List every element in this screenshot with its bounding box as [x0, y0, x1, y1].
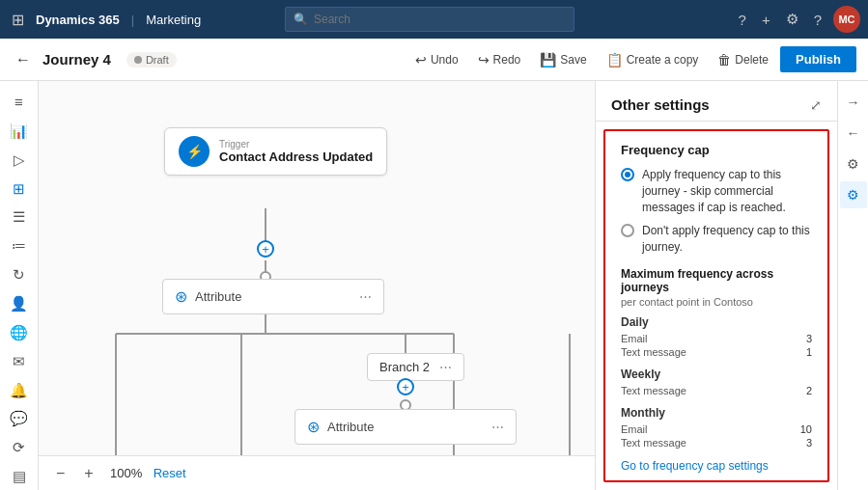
avatar[interactable]: MC [833, 6, 860, 33]
main-layout: ≡ 📊 ▷ ⊞ ☰ ≔ ↻ 👤 🌐 ✉ 🔔 💬 ⟳ ▤ [0, 81, 868, 490]
far-settings-icon[interactable]: ⚙ [840, 150, 867, 177]
radio-unselected [621, 224, 634, 237]
app-name: Dynamics 365 [36, 13, 120, 27]
redo-label: Redo [493, 53, 521, 67]
sidebar-chat[interactable]: 💬 [4, 405, 35, 432]
sidebar-play[interactable]: ▷ [4, 147, 35, 174]
journey-canvas[interactable]: ⚡ Trigger Contact Address Updated + ⊛ At… [39, 81, 596, 490]
status-badge: Draft [126, 52, 177, 68]
zoom-in-button[interactable]: + [78, 463, 98, 484]
branch2-top-node[interactable]: Branch 2 ⋯ [367, 353, 464, 381]
question-icon[interactable]: ? [810, 8, 826, 32]
search-box[interactable]: 🔍 [285, 7, 574, 32]
left-sidebar: ≡ 📊 ▷ ⊞ ☰ ≔ ↻ 👤 🌐 ✉ 🔔 💬 ⟳ ▤ [0, 81, 39, 490]
reset-button[interactable]: Reset [154, 466, 186, 480]
secondbar-actions: ↩ Undo ↪ Redo 💾 Save 📋 Create a copy 🗑 D… [407, 46, 856, 72]
delete-button[interactable]: 🗑 Delete [710, 48, 776, 71]
sidebar-hamburger[interactable]: ≡ [4, 89, 35, 116]
monthly-email-row: Email 10 [621, 423, 812, 435]
max-frequency-section: Maximum frequency across journeys per co… [621, 267, 812, 473]
add-after-trigger[interactable]: + [257, 240, 274, 258]
far-panel-icon[interactable]: ⚙ [840, 181, 867, 208]
monthly-label: Monthly [621, 406, 812, 420]
sidebar-person[interactable]: 👤 [4, 290, 35, 317]
frequency-cap-title: Frequency cap [621, 143, 812, 157]
far-expand-icon[interactable]: → [840, 89, 867, 116]
weekly-text-label: Text message [621, 385, 686, 396]
daily-label: Daily [621, 315, 812, 329]
daily-email-value: 3 [806, 333, 812, 344]
monthly-text-label: Text message [621, 437, 686, 449]
daily-email-label: Email [621, 333, 648, 344]
far-collapse-icon[interactable]: ← [840, 120, 867, 147]
copy-label: Create a copy [627, 53, 699, 67]
sidebar-table[interactable]: ▤ [4, 463, 35, 490]
help-icon[interactable]: ? [735, 8, 750, 32]
freq-cap-settings-link[interactable]: Go to frequency cap settings [621, 459, 769, 473]
sidebar-globe[interactable]: 🌐 [4, 319, 35, 346]
branch2-top-menu[interactable]: ⋯ [439, 360, 452, 374]
attribute-menu-1[interactable]: ⋯ [359, 289, 372, 304]
zoom-level: 100% [107, 466, 146, 480]
radio-option-1-text: Apply frequency cap to this journey - sk… [642, 167, 812, 215]
add-after-branch2-top[interactable]: + [397, 378, 414, 395]
sidebar-refresh[interactable]: ↻ [4, 261, 35, 288]
divider: | [131, 13, 134, 27]
sidebar-mail[interactable]: ✉ [4, 348, 35, 375]
branch2-top-label: Branch 2 [379, 360, 430, 374]
attribute-label-2: Attribute [327, 420, 374, 434]
topbar: ⊞ Dynamics 365 | Marketing 🔍 ? + ⚙ ? MC [0, 0, 868, 39]
copy-button[interactable]: 📋 Create a copy [599, 48, 707, 71]
back-button[interactable]: ← [12, 47, 35, 72]
monthly-email-label: Email [621, 423, 648, 435]
undo-label: Undo [431, 53, 459, 67]
right-panel-header: Other settings ⤢ [596, 81, 837, 122]
panel-expand-icon[interactable]: ⤢ [810, 97, 822, 113]
right-panel-content: Frequency cap Apply frequency cap to thi… [603, 129, 829, 482]
draft-dot [134, 56, 142, 64]
weekly-text-value: 2 [806, 385, 812, 396]
trigger-title: Contact Address Updated [219, 150, 373, 164]
radio-option-1[interactable]: Apply frequency cap to this journey - sk… [621, 167, 812, 215]
weekly-group: Weekly Text message 2 [621, 368, 812, 396]
grid-icon[interactable]: ⊞ [8, 7, 28, 33]
daily-text-row: Text message 1 [621, 346, 812, 358]
monthly-text-row: Text message 3 [621, 437, 812, 449]
delete-label: Delete [735, 53, 769, 67]
radio-option-2-text: Don't apply frequency cap to this journe… [642, 223, 812, 256]
undo-icon: ↩ [415, 52, 427, 68]
sidebar-filter[interactable]: ≔ [4, 232, 35, 259]
save-button[interactable]: 💾 Save [532, 48, 594, 71]
secondbar: ← Journey 4 Draft ↩ Undo ↪ Redo 💾 Save 📋… [0, 39, 868, 81]
undo-button[interactable]: ↩ Undo [407, 48, 466, 71]
daily-group: Daily Email 3 Text message 1 [621, 315, 812, 358]
zoom-out-button[interactable]: − [50, 463, 70, 484]
sidebar-list[interactable]: ☰ [4, 204, 35, 231]
trigger-node[interactable]: ⚡ Trigger Contact Address Updated [164, 127, 387, 176]
attribute-node-2[interactable]: ⊛ Attribute ⋯ [294, 409, 517, 445]
attribute-node-1[interactable]: ⊛ Attribute ⋯ [162, 279, 384, 314]
publish-button[interactable]: Publish [780, 46, 856, 72]
right-panel-title: Other settings [611, 96, 710, 113]
search-icon: 🔍 [294, 13, 308, 26]
copy-icon: 📋 [606, 52, 623, 68]
attribute-menu-2[interactable]: ⋯ [491, 420, 504, 434]
sidebar-sync[interactable]: ⟳ [4, 434, 35, 461]
sidebar-bell[interactable]: 🔔 [4, 377, 35, 404]
sidebar-analytics[interactable]: 📊 [4, 118, 35, 145]
save-icon: 💾 [540, 52, 556, 68]
save-label: Save [560, 53, 586, 67]
sidebar-grid[interactable]: ⊞ [4, 176, 35, 203]
trigger-icon: ⚡ [179, 136, 210, 167]
monthly-email-value: 10 [800, 423, 812, 435]
plus-icon[interactable]: + [758, 8, 774, 32]
trash-icon: 🗑 [717, 52, 731, 68]
weekly-text-row: Text message 2 [621, 385, 812, 396]
radio-option-2[interactable]: Don't apply frequency cap to this journe… [621, 223, 812, 256]
redo-icon: ↪ [478, 52, 490, 68]
monthly-text-value: 3 [806, 437, 812, 449]
redo-button[interactable]: ↪ Redo [470, 48, 529, 71]
trigger-info: Trigger Contact Address Updated [219, 139, 373, 164]
search-input[interactable] [314, 13, 566, 26]
settings-icon[interactable]: ⚙ [782, 7, 802, 32]
